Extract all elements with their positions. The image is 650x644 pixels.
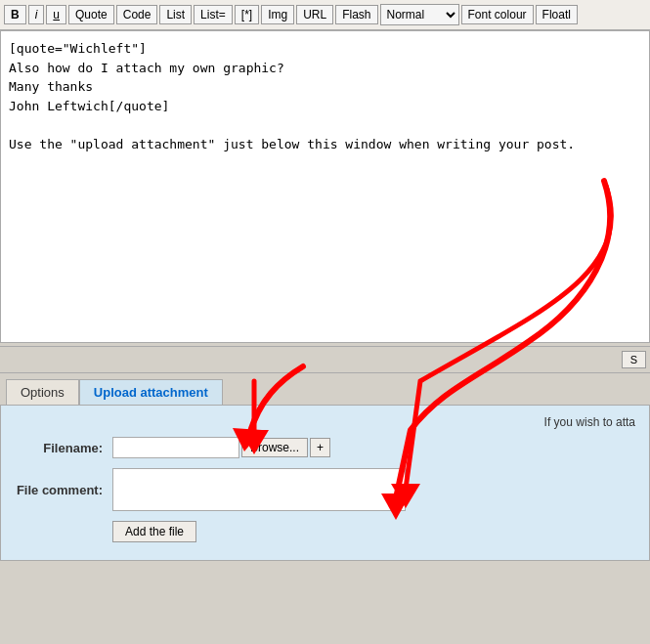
tabs-container: Options Upload attachment: [0, 373, 650, 405]
separator-bar: S: [0, 346, 650, 373]
listitem-btn[interactable]: [*]: [235, 5, 259, 24]
format-select[interactable]: Normal Heading 1 Heading 2 Heading 3: [380, 4, 459, 25]
list-btn[interactable]: List: [159, 5, 192, 24]
quote-btn[interactable]: Quote: [68, 5, 114, 24]
upload-panel: If you wish to atta Filename: Browse... …: [0, 405, 650, 561]
filename-row: Filename: Browse... +: [15, 437, 635, 458]
font-colour-btn[interactable]: Font colour: [461, 5, 534, 24]
add-file-row: Add the file: [15, 521, 635, 542]
float-btn[interactable]: Floatl: [536, 5, 578, 24]
list-ordered-btn[interactable]: List=: [194, 5, 233, 24]
url-btn[interactable]: URL: [296, 5, 333, 24]
browse-button[interactable]: Browse...: [241, 438, 308, 457]
code-btn[interactable]: Code: [116, 5, 158, 24]
tabs-row: Options Upload attachment: [0, 379, 650, 405]
img-btn[interactable]: Img: [261, 5, 294, 24]
plus-button[interactable]: +: [310, 438, 330, 457]
file-comment-input[interactable]: [112, 468, 406, 511]
editor-textarea[interactable]: [quote="Wichleft"] Also how do I attach …: [0, 30, 650, 343]
flash-btn[interactable]: Flash: [335, 5, 377, 24]
italic-btn[interactable]: i: [28, 5, 45, 24]
options-tab[interactable]: Options: [6, 379, 79, 405]
underline-btn[interactable]: u: [46, 5, 66, 24]
upload-tab[interactable]: Upload attachment: [79, 379, 223, 405]
add-file-button[interactable]: Add the file: [112, 521, 196, 542]
editor-toolbar: B i u Quote Code List List= [*] Img URL …: [0, 0, 650, 30]
file-comment-label: File comment:: [15, 483, 112, 497]
filename-label: Filename:: [15, 441, 112, 455]
bold-btn[interactable]: B: [4, 5, 26, 24]
file-comment-row: File comment:: [15, 468, 635, 511]
filename-input[interactable]: [112, 437, 239, 458]
separator-button[interactable]: S: [622, 351, 646, 368]
upload-info-text: If you wish to atta: [544, 415, 635, 429]
